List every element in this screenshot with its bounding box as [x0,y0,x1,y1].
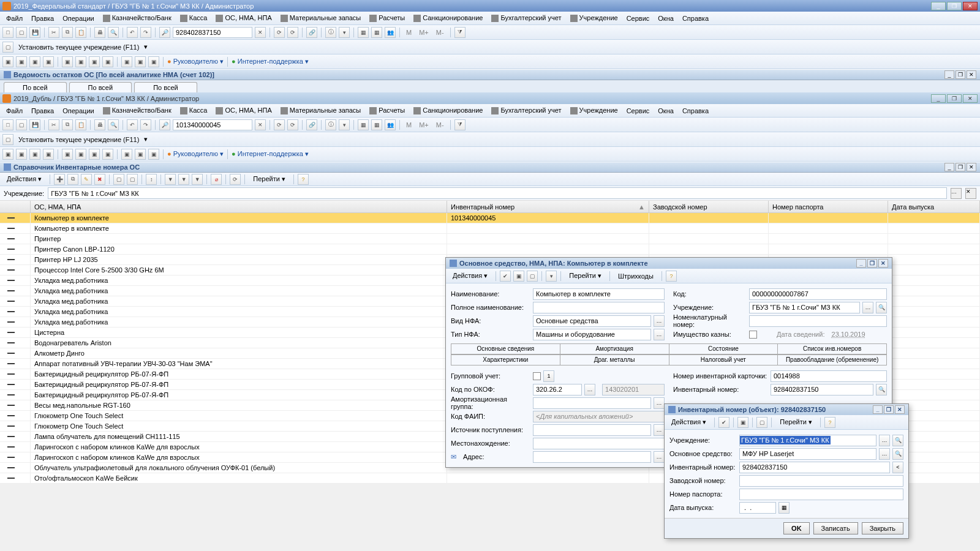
report-tab[interactable]: По всей [4,82,67,92]
open-icon[interactable]: ▢ [16,119,27,130]
save-icon[interactable]: ✔ [500,271,511,282]
cut-icon[interactable]: ✂ [48,119,59,130]
clear-button[interactable]: ✕ [965,188,976,199]
grid-icon[interactable]: ▦ [358,27,369,38]
institution-input[interactable]: ГБУЗ "ГБ № 1 г.Сочи" МЗ КК [739,435,876,446]
btn-icon[interactable]: ▣ [43,56,54,67]
btn-icon[interactable]: ▣ [29,149,40,160]
restore-button[interactable]: ❐ [884,405,894,414]
close-button[interactable]: ✕ [967,70,976,79]
doc-icon[interactable]: ▢ [2,42,13,53]
grid-icon[interactable]: ▦ [371,119,382,130]
dropdown-icon[interactable]: ▾ [339,27,350,38]
search-icon[interactable]: 🔎 [159,119,170,130]
minimize-button[interactable]: _ [944,70,954,79]
close-button[interactable]: Закрыть [862,522,903,534]
menu-institution[interactable]: Учреждение [567,105,622,116]
users-icon[interactable]: 👥 [385,119,396,130]
btn-icon[interactable]: ▣ [148,149,159,160]
col-passport[interactable]: Номер паспорта [769,201,888,212]
btn-icon[interactable]: ▣ [89,149,100,160]
close-button[interactable]: ✕ [963,2,978,10]
btn-icon[interactable]: ▣ [89,56,100,67]
search-clear-icon[interactable]: ✕ [255,119,266,130]
close-button[interactable]: ✕ [963,94,978,103]
tool-icon[interactable]: ⟳ [274,119,285,130]
menu-help[interactable]: Справка [679,106,712,116]
actions-dropdown[interactable]: Действия ▾ [667,416,710,428]
card-titlebar[interactable]: Основное средство, НМА, НПА: Компьютер в… [446,258,892,269]
new-icon[interactable]: □ [2,119,13,130]
treasury-checkbox[interactable] [749,331,757,339]
menu-osnma[interactable]: ОС, НМА, НПА [212,105,275,116]
select-button[interactable]: … [654,397,665,409]
num-button[interactable]: 1 [543,370,554,382]
grid-icon[interactable]: ▦ [358,119,369,130]
tab-state[interactable]: Состояние [669,343,778,354]
tab-chars[interactable]: Характеристики [451,354,560,365]
save-icon[interactable]: 💾 [29,27,40,38]
btn-icon[interactable]: ▣ [102,56,113,67]
restore-button[interactable]: ❐ [867,259,877,268]
source-input[interactable] [533,424,651,436]
grid-icon[interactable]: ▦ [371,27,382,38]
close-button[interactable]: ✕ [878,259,888,268]
maximize-button[interactable]: ❐ [947,2,962,10]
btn-icon[interactable]: ▣ [121,149,132,160]
select-button[interactable]: … [879,448,890,460]
btn-icon[interactable]: ▣ [102,149,113,160]
menu-sanc[interactable]: Санкционирование [410,105,486,116]
save-icon[interactable]: ✔ [718,417,729,428]
okof-input-1[interactable] [533,384,582,395]
sort-icon[interactable]: ↕ [146,174,157,185]
add-icon[interactable]: ➕ [54,174,65,185]
copy-icon[interactable]: ⧉ [62,27,73,38]
maximize-button[interactable]: ❐ [947,94,962,103]
address-input[interactable] [533,451,651,463]
passport-input[interactable] [739,489,903,500]
menu-service[interactable]: Сервис [623,13,654,23]
tipnfa-input[interactable] [533,329,651,340]
mplus-button[interactable]: М+ [417,29,431,36]
menu-operations[interactable]: Операции [59,13,97,23]
code-input[interactable] [749,288,887,300]
mplus-button[interactable]: М+ [417,121,431,129]
paste-icon[interactable]: 📋 [75,119,86,130]
users-icon[interactable]: 👥 [385,27,396,38]
tool-icon[interactable]: ⟳ [274,27,285,38]
search-clear-icon[interactable]: ✕ [255,27,266,38]
edit-icon[interactable]: ✎ [81,174,92,185]
menu-file[interactable]: Файл [2,13,26,23]
link-icon[interactable]: 🔗 [306,27,317,38]
copy-icon[interactable]: ⧉ [62,119,73,130]
form-icon[interactable]: ▢ [527,271,538,282]
save-button[interactable]: Записать [813,522,858,534]
btn-icon[interactable]: ▣ [148,56,159,67]
tool-icon[interactable]: ⟳ [287,27,298,38]
inv-titlebar[interactable]: Инвентарный номер (объект): 928402837150… [665,404,908,415]
btn-icon[interactable]: ▣ [2,56,13,67]
info-icon[interactable]: ⓘ [325,119,336,130]
col-icon[interactable] [0,201,31,212]
menu-accounting[interactable]: Бухгалтерский учет [488,105,565,116]
undo-icon[interactable]: ↶ [127,119,138,130]
open-icon[interactable]: ▢ [16,27,27,38]
dropdown-icon[interactable]: ▾ [144,43,148,51]
form-icon[interactable]: ▢ [113,174,124,185]
search-icon[interactable]: 🔍 [876,302,887,313]
release-input[interactable] [739,502,776,514]
menu-operations[interactable]: Операции [59,106,97,116]
menu-windows[interactable]: Окна [654,106,677,116]
factory-input[interactable] [739,475,903,487]
select-button[interactable]: … [654,315,665,327]
nav-button[interactable]: < [892,462,903,473]
name-input[interactable] [533,288,665,300]
asset-input[interactable] [739,448,876,460]
m-button[interactable]: М [404,121,414,129]
minimize-button[interactable]: _ [931,94,946,103]
support-link[interactable]: Интернет-поддержка ▾ [232,150,309,158]
redo-icon[interactable]: ↷ [140,119,151,130]
tool-icon[interactable]: ⧩ [454,27,466,38]
tab-tax[interactable]: Налоговый учет [669,354,778,365]
tab-metals[interactable]: Драг. металлы [560,354,669,365]
